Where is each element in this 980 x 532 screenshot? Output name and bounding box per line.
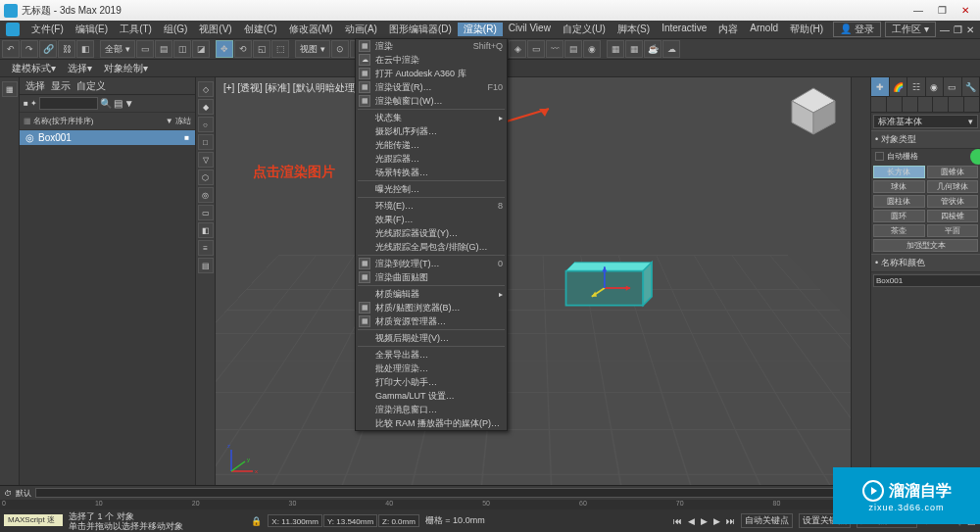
create-tab-icon[interactable]: ✚ <box>871 77 890 96</box>
menu-item[interactable]: 光线跟踪全局包含/排除(G)… <box>356 240 507 254</box>
help-bubble-icon[interactable] <box>970 149 980 165</box>
scene-tool-1-icon[interactable]: ◇ <box>198 81 214 97</box>
menu-13[interactable]: Interactive <box>656 23 712 36</box>
viewport-close-icon[interactable]: ✕ <box>966 24 974 35</box>
scene-tool-6-icon[interactable]: ⬡ <box>198 169 214 185</box>
pivot-icon[interactable]: ⊙ <box>331 40 349 58</box>
display-tab-icon[interactable]: ▭ <box>944 77 962 96</box>
scene-tree-item[interactable]: ◎ Box001 ■ <box>20 130 195 145</box>
menu-item[interactable]: 光线跟踪器设置(Y)… <box>356 226 507 240</box>
modify-tab-icon[interactable]: 🌈 <box>890 77 908 96</box>
maximize-button[interactable]: ❐ <box>931 3 953 19</box>
primitive-button[interactable]: 平面 <box>927 224 979 237</box>
time-track[interactable] <box>35 488 875 498</box>
scene-search-icon[interactable]: 🔍 <box>100 98 112 109</box>
playback-start-icon[interactable]: ⏮ <box>673 516 682 526</box>
rollout-name-color[interactable]: • 名称和颜色 <box>871 254 980 272</box>
primitive-category-dropdown[interactable]: 标准基本体▾ <box>873 115 978 128</box>
textplus-button[interactable]: 加强型文本 <box>873 239 978 252</box>
menu-item[interactable]: 视频后期处理(V)… <box>356 331 507 345</box>
menu-item[interactable]: 光跟踪器… <box>356 152 507 166</box>
playback-next-icon[interactable]: ▶ <box>713 516 720 526</box>
menu-item[interactable]: ▦渲染Shift+Q <box>356 39 507 53</box>
minimize-button[interactable]: — <box>907 3 929 19</box>
unlink-icon[interactable]: ⛓ <box>58 40 75 58</box>
menu-item[interactable]: Gamma/LUT 设置… <box>356 389 507 403</box>
primitive-button[interactable]: 长方体 <box>873 166 925 178</box>
coord-z[interactable]: Z: 0.0mm <box>378 514 419 527</box>
workspace-dropdown[interactable]: 工作区 ▾ <box>885 22 936 37</box>
menu-item[interactable]: 全景导出器… <box>356 348 507 362</box>
primitive-button[interactable]: 圆柱体 <box>873 195 925 208</box>
viewport-restore-icon[interactable]: ❐ <box>954 24 962 35</box>
menu-item[interactable]: 比较 RAM 播放器中的媒体(P)… <box>356 416 507 430</box>
menu-10[interactable]: Civil View <box>503 23 557 36</box>
close-button[interactable]: ✕ <box>955 3 976 19</box>
move-icon[interactable]: ✥ <box>216 40 233 58</box>
menu-item[interactable]: ▦材质资源管理器… <box>356 314 507 328</box>
playback-play-icon[interactable]: ▶ <box>701 516 708 526</box>
time-config-icon[interactable]: ⏱ <box>4 489 12 498</box>
menu-item[interactable]: 打印大小助手… <box>356 375 507 389</box>
menu-14[interactable]: 内容 <box>712 23 744 36</box>
primitive-button[interactable]: 圆环 <box>873 210 925 222</box>
object-name-input[interactable] <box>873 274 980 287</box>
render-production-icon[interactable]: ☕ <box>644 40 662 58</box>
utilities-tab-icon[interactable]: 🔧 <box>962 77 981 96</box>
material-editor-icon[interactable]: ◉ <box>583 40 601 58</box>
scene-view-icon[interactable]: ▤ <box>114 98 122 109</box>
scene-tool-11-icon[interactable]: ▤ <box>198 258 214 273</box>
max-logo-icon[interactable] <box>6 23 20 36</box>
viewport-gizmo-box[interactable] <box>549 254 686 322</box>
menu-1[interactable]: 编辑(E) <box>70 23 114 36</box>
select-region-icon[interactable]: ◫ <box>173 40 191 58</box>
menu-item[interactable]: 场景转换器… <box>356 166 507 179</box>
link-icon[interactable]: 🔗 <box>39 40 57 58</box>
menu-11[interactable]: 自定义(U) <box>557 23 612 36</box>
ribbon-tab-objectpaint[interactable]: 对象绘制▾ <box>98 62 154 75</box>
primitive-button[interactable]: 圆锥体 <box>927 166 979 178</box>
spacewarps-cat-icon[interactable] <box>949 97 964 112</box>
a360-icon[interactable]: ☁ <box>662 40 680 58</box>
autogrid-checkbox[interactable] <box>875 152 884 161</box>
scene-tool-4-icon[interactable]: □ <box>198 134 214 150</box>
menu-item[interactable]: 材质编辑器▸ <box>356 287 507 301</box>
helpers-cat-icon[interactable] <box>933 97 949 112</box>
ribbon-tab-selection[interactable]: 选择▾ <box>62 62 98 75</box>
menu-item[interactable]: 摄影机序列器… <box>356 124 507 138</box>
menu-item[interactable]: ▦材质/贴图浏览器(B)… <box>356 301 507 314</box>
scene-tool-7-icon[interactable]: ◎ <box>198 187 214 203</box>
lock-icon[interactable]: 🔒 <box>251 516 262 526</box>
scene-tool-2-icon[interactable]: ◆ <box>198 99 214 115</box>
systems-cat-icon[interactable] <box>964 97 980 112</box>
nav-max-icon[interactable]: ▣ <box>967 516 976 526</box>
layer-icon[interactable]: ◈ <box>509 40 526 58</box>
menu-item[interactable]: ▦渲染帧窗口(W)… <box>356 94 507 108</box>
placement-icon[interactable]: ⬚ <box>271 40 289 58</box>
geometry-cat-icon[interactable] <box>871 97 887 112</box>
scene-tool-5-icon[interactable]: ▽ <box>198 152 214 168</box>
track-end-icon[interactable]: ≡ <box>879 489 884 498</box>
menu-item[interactable]: 状态集▸ <box>356 111 507 124</box>
menu-item[interactable]: ▦渲染曲面贴图 <box>356 270 507 284</box>
nav-orbit-icon[interactable]: ⟲ <box>937 516 945 526</box>
menu-7[interactable]: 动画(A) <box>339 23 383 36</box>
setkey-button[interactable]: 设置关键点 <box>799 513 851 528</box>
menu-item[interactable]: ▦渲染设置(R)…F10 <box>356 80 507 94</box>
scene-tab-custom[interactable]: 自定义 <box>76 79 106 93</box>
schematic-icon[interactable]: ▤ <box>564 40 582 58</box>
menu-item[interactable]: ▦渲染到纹理(T)…0 <box>356 257 507 270</box>
selection-filter-dropdown[interactable]: 全部 ▾ <box>100 40 135 58</box>
ribbon-toggle-icon[interactable]: ▭ <box>527 40 545 58</box>
cameras-cat-icon[interactable] <box>918 97 934 112</box>
scene-tool-8-icon[interactable]: ▭ <box>198 205 214 220</box>
rollout-object-type[interactable]: • 对象类型 <box>871 130 980 149</box>
scene-tab-display[interactable]: 显示 <box>51 79 71 93</box>
menu-item[interactable]: 批处理渲染… <box>356 362 507 375</box>
scene-filter-icon[interactable]: ▼ <box>124 98 134 109</box>
viewport-label[interactable]: [+] [透视] [标准] [默认明暗处理] <box>223 81 357 95</box>
redo-icon[interactable]: ↷ <box>21 40 38 58</box>
maxscript-listener[interactable]: MAXScript 迷 <box>4 514 63 526</box>
menu-4[interactable]: 视图(V) <box>193 23 237 36</box>
menu-6[interactable]: 修改器(M) <box>283 23 339 36</box>
